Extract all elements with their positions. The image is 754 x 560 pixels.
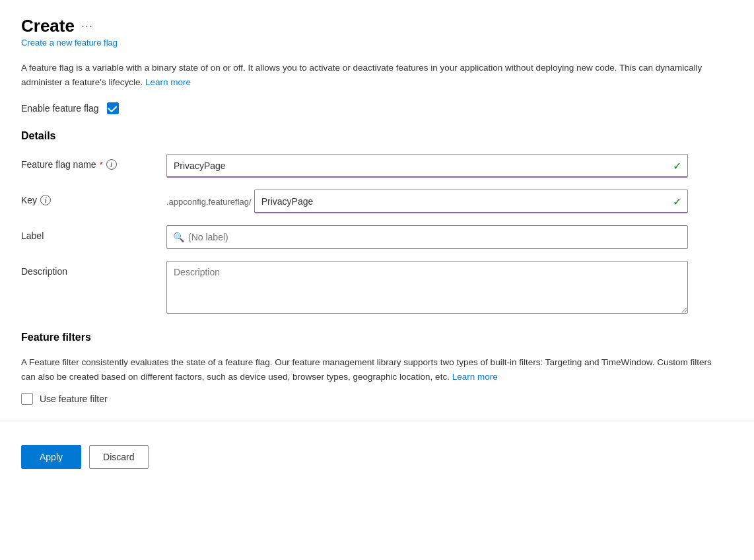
feature-flag-name-label: Feature flag name * i bbox=[21, 154, 166, 170]
description-input-wrapper bbox=[166, 261, 688, 316]
description-row: Description bbox=[21, 261, 733, 316]
feature-filters-description: A Feature filter consistently evaluates … bbox=[21, 355, 714, 384]
description-label: Description bbox=[21, 261, 166, 277]
feature-flag-name-check-icon: ✓ bbox=[673, 160, 681, 172]
footer-divider bbox=[0, 421, 754, 421]
details-section: Details Feature flag name * i ✓ Key i .a… bbox=[21, 130, 733, 316]
feature-flag-name-row: Feature flag name * i ✓ bbox=[21, 154, 733, 178]
label-search-icon: 🔍 bbox=[173, 232, 184, 242]
use-filter-row: Use feature filter bbox=[21, 393, 733, 405]
enable-flag-checkbox[interactable] bbox=[107, 102, 119, 114]
details-section-title: Details bbox=[21, 130, 733, 142]
feature-flag-name-input-wrapper: ✓ bbox=[166, 154, 688, 178]
key-prefix: .appconfig.featureflag/ bbox=[166, 197, 254, 207]
footer-actions: Apply Discard bbox=[21, 435, 733, 469]
feature-filters-learn-more-link[interactable]: Learn more bbox=[452, 372, 498, 382]
key-check-icon: ✓ bbox=[673, 195, 681, 208]
use-filter-checkbox[interactable] bbox=[21, 393, 33, 405]
feature-flag-name-info-icon[interactable]: i bbox=[106, 159, 117, 170]
use-filter-label: Use feature filter bbox=[40, 394, 108, 404]
page-header: Create ··· Create a new feature flag bbox=[21, 16, 733, 48]
feature-filters-title: Feature filters bbox=[21, 332, 733, 343]
page-subtitle: Create a new feature flag bbox=[21, 38, 733, 48]
feature-flag-name-input[interactable] bbox=[166, 154, 688, 178]
label-input-wrapper: 🔍 bbox=[166, 225, 688, 249]
description-input[interactable] bbox=[166, 261, 688, 314]
key-input-wrapper: ✓ bbox=[254, 190, 688, 213]
more-options-icon[interactable]: ··· bbox=[81, 19, 93, 33]
label-row: Label 🔍 bbox=[21, 225, 733, 249]
key-info-icon[interactable]: i bbox=[40, 195, 51, 205]
label-input[interactable] bbox=[166, 225, 688, 249]
key-input[interactable] bbox=[254, 190, 688, 213]
discard-button[interactable]: Discard bbox=[89, 445, 148, 469]
feature-filters-section: Feature filters A Feature filter consist… bbox=[21, 332, 733, 405]
page-title: Create bbox=[21, 16, 75, 36]
key-row: Key i .appconfig.featureflag/ ✓ bbox=[21, 190, 733, 213]
enable-flag-label: Enable feature flag bbox=[21, 103, 99, 114]
label-field-label: Label bbox=[21, 225, 166, 241]
apply-button[interactable]: Apply bbox=[21, 445, 81, 469]
key-input-area: .appconfig.featureflag/ ✓ bbox=[166, 190, 688, 213]
required-star: * bbox=[100, 160, 103, 170]
enable-flag-row: Enable feature flag bbox=[21, 102, 733, 114]
intro-learn-more-link[interactable]: Learn more bbox=[145, 77, 191, 87]
key-label: Key i bbox=[21, 190, 166, 205]
intro-description: A feature flag is a variable with a bina… bbox=[21, 61, 714, 89]
